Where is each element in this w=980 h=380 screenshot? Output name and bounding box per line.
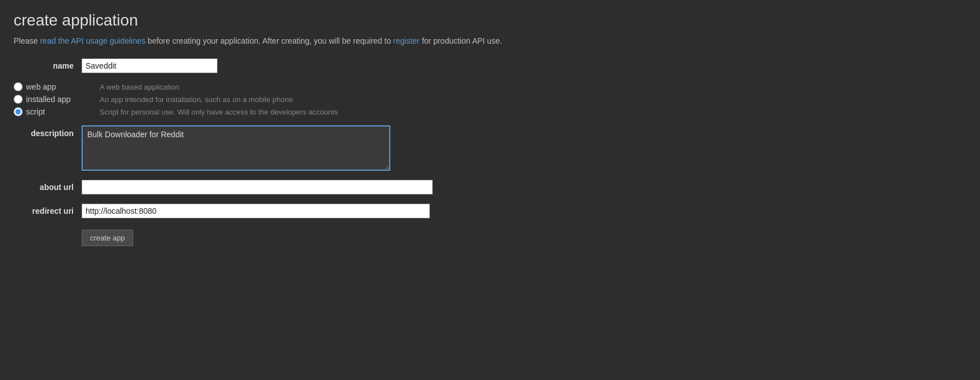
- web-app-label[interactable]: web app: [26, 82, 94, 91]
- intro-paragraph: Please read the API usage guidelines bef…: [14, 35, 966, 47]
- submit-spacer: [14, 227, 82, 230]
- installed-app-radio[interactable]: [14, 95, 23, 104]
- script-description: Script for personal use. Will only have …: [100, 108, 338, 116]
- about-url-input[interactable]: [82, 180, 433, 195]
- register-link[interactable]: register: [393, 36, 420, 45]
- app-type-options: web app A web based application installe…: [14, 82, 966, 116]
- intro-middle-text: before creating your application. After …: [146, 36, 393, 45]
- script-label[interactable]: script: [26, 107, 94, 116]
- redirect-uri-label: redirect uri: [14, 204, 82, 216]
- redirect-uri-field-row: redirect uri: [14, 204, 966, 218]
- about-url-field-row: about url: [14, 180, 966, 195]
- intro-after-text: for production API use.: [420, 36, 502, 45]
- description-field-row: description Bulk Downloader for Reddit: [14, 125, 966, 171]
- script-option-row: script Script for personal use. Will onl…: [14, 107, 966, 116]
- redirect-uri-input[interactable]: [82, 204, 430, 218]
- name-input-wrap: [82, 58, 455, 73]
- intro-before-link: Please: [14, 36, 40, 45]
- installed-app-description: An app intended for installation, such a…: [100, 95, 293, 104]
- submit-row: create app: [14, 227, 966, 246]
- api-guidelines-link[interactable]: read the API usage guidelines: [40, 36, 146, 45]
- script-radio[interactable]: [14, 107, 23, 116]
- web-app-radio[interactable]: [14, 82, 23, 91]
- name-label: name: [14, 58, 82, 70]
- about-url-label: about url: [14, 180, 82, 192]
- name-field-row: name: [14, 58, 966, 73]
- description-label: description: [14, 125, 82, 138]
- description-textarea[interactable]: Bulk Downloader for Reddit: [82, 125, 390, 171]
- page-title: create application: [14, 11, 966, 29]
- web-app-description: A web based application: [100, 83, 179, 91]
- web-app-option-row: web app A web based application: [14, 82, 966, 91]
- name-input[interactable]: [82, 58, 218, 73]
- about-url-input-wrap: [82, 180, 455, 195]
- installed-app-option-row: installed app An app intended for instal…: [14, 95, 966, 104]
- redirect-uri-input-wrap: [82, 204, 455, 218]
- create-app-button[interactable]: create app: [82, 230, 133, 246]
- installed-app-label[interactable]: installed app: [26, 95, 94, 104]
